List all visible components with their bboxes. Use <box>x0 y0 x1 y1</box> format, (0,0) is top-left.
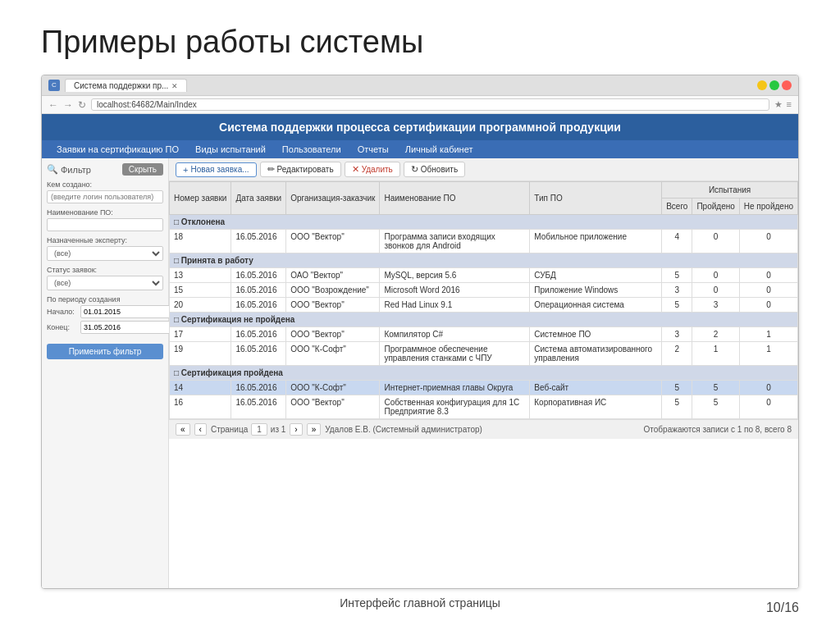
th-tests: Испытания <box>662 182 798 199</box>
page-num[interactable]: 1 <box>251 423 267 436</box>
user-info: Удалов Е.В. (Системный администратор) <box>325 425 482 434</box>
th-num: Номер заявки <box>170 182 231 215</box>
page-info: Страница 1 из 1 <box>211 423 285 436</box>
filter-status: Статус заявок: (все) <box>47 266 163 290</box>
filter-period-label: По периоду создания <box>47 295 163 304</box>
table-group-header: □ Сертификация не пройдена <box>170 313 798 327</box>
address-input[interactable]: localhost:64682/Main/Index <box>91 98 769 111</box>
edit-icon: ✏ <box>267 164 275 175</box>
browser-window: С Система поддержки пр... ✕ ← → ↻ localh… <box>41 75 799 589</box>
filter-created-by: Кем создано: <box>47 180 163 203</box>
table-row[interactable]: 1716.05.2016ООО "Вектор"Компилятор C#Сис… <box>170 327 798 342</box>
refresh-btn[interactable]: ↻ Обновить <box>404 162 465 177</box>
page-label: Страница <box>211 425 248 434</box>
filter-start-row: Начало: <box>47 305 163 318</box>
nav-item-reports[interactable]: Отчеты <box>349 140 397 158</box>
filter-expert-label: Назначенные эксперту: <box>47 236 163 244</box>
filter-end-label: Конец: <box>47 323 78 331</box>
forward-btn[interactable]: → <box>63 99 73 111</box>
slide: Примеры работы системы С Система поддерж… <box>0 0 840 630</box>
table-row[interactable]: 1916.05.2016ООО "К-Софт"Программное обес… <box>170 342 798 366</box>
edit-btn[interactable]: ✏ Редактировать <box>260 162 341 177</box>
table-row[interactable]: 1616.05.2016ООО "Вектор"Собственная конф… <box>170 395 798 419</box>
prev-page-btn[interactable]: ‹ <box>194 423 207 436</box>
back-btn[interactable]: ← <box>48 99 58 111</box>
next-page-btn[interactable]: › <box>290 423 302 436</box>
tab-close-icon[interactable]: ✕ <box>171 82 178 90</box>
filter-start-input[interactable] <box>80 305 179 318</box>
toolbar: + Новая заявка... ✏ Редактировать ✕ Удал… <box>169 158 798 181</box>
filter-header: 🔍 Фильтр Скрыть <box>47 163 163 176</box>
filter-title: 🔍 Фильтр <box>47 164 91 175</box>
slide-title: Примеры работы системы <box>41 25 799 60</box>
of-label: из 1 <box>271 425 286 434</box>
filter-expert-select[interactable]: (все) <box>47 246 163 261</box>
table-row[interactable]: 1516.05.2016ООО "Возрождение"Microsoft W… <box>170 283 798 298</box>
filter-icon: 🔍 <box>47 164 58 175</box>
filter-status-label: Статус заявок: <box>47 266 163 274</box>
nav-item-users[interactable]: Пользователи <box>274 140 349 158</box>
th-sw-name: Наименование ПО <box>380 182 530 215</box>
filter-toggle-btn[interactable]: Скрыть <box>122 163 163 176</box>
menu-icon[interactable]: ≡ <box>787 99 792 110</box>
new-icon: + <box>183 165 188 175</box>
table-group-header: □ Отклонена <box>170 215 798 230</box>
table-row[interactable]: 1316.05.2016ОАО "Вектор"MySQL, версия 5.… <box>170 268 798 283</box>
th-sw-type: Тип ПО <box>530 182 662 215</box>
browser-icons: ★ ≡ <box>774 99 792 110</box>
close-btn[interactable] <box>782 80 792 90</box>
filter-start-label: Начало: <box>47 308 78 316</box>
browser-chrome: С Система поддержки пр... ✕ <box>42 75 798 96</box>
filter-status-select[interactable]: (все) <box>47 276 163 290</box>
filter-sw-name-input[interactable] <box>47 218 163 231</box>
filter-period: По периоду создания Начало: Конец: <box>47 295 163 334</box>
app-nav: Заявки на сертификацию ПО Виды испытаний… <box>42 140 798 158</box>
pagination: « ‹ Страница 1 из 1 › » Удалов Е.В. (Сис… <box>169 419 798 439</box>
th-passed: Пройдено <box>692 199 739 215</box>
window-controls <box>757 80 792 90</box>
table-row[interactable]: 1816.05.2016ООО "Вектор"Программа записи… <box>170 230 798 253</box>
footer-caption: Интерфейс главной страницы <box>340 596 500 609</box>
maximize-btn[interactable] <box>769 80 779 90</box>
refresh-icon: ↻ <box>411 164 418 175</box>
sidebar-filter: 🔍 Фильтр Скрыть Кем создано: Наименовани… <box>42 158 169 588</box>
filter-created-by-input[interactable] <box>47 190 163 203</box>
last-page-btn[interactable]: » <box>307 423 322 436</box>
bookmark-icon[interactable]: ★ <box>774 99 783 110</box>
filter-sw-name: Наименование ПО: <box>47 208 163 231</box>
tab-label: Система поддержки пр... <box>74 81 168 90</box>
first-page-btn[interactable]: « <box>176 423 190 436</box>
th-not-passed: Не пройдено <box>739 199 797 215</box>
app-header: Система поддержки процесса сертификации … <box>42 114 798 140</box>
data-table: Номер заявки Дата заявки Организация-зак… <box>169 181 798 419</box>
th-total: Всего <box>662 199 692 215</box>
nav-item-cabinet[interactable]: Личный кабинет <box>397 140 482 158</box>
app-content: 🔍 Фильтр Скрыть Кем создано: Наименовани… <box>42 158 798 588</box>
refresh-nav-btn[interactable]: ↻ <box>78 99 86 111</box>
delete-btn[interactable]: ✕ Удалить <box>345 162 400 177</box>
main-table-area: + Новая заявка... ✏ Редактировать ✕ Удал… <box>169 158 798 588</box>
nav-item-tests[interactable]: Виды испытаний <box>187 140 274 158</box>
slide-footer: Интерфейс главной страницы <box>41 589 799 614</box>
browser-favicon: С <box>48 80 60 91</box>
filter-created-by-label: Кем создано: <box>47 180 163 189</box>
table-group-header: □ Сертификация пройдена <box>170 366 798 381</box>
table-row[interactable]: 2016.05.2016ООО "Вектор"Red Had Linux 9.… <box>170 298 798 313</box>
records-info: Отображаются записи с 1 по 8, всего 8 <box>644 425 792 434</box>
filter-sw-name-label: Наименование ПО: <box>47 208 163 217</box>
th-org: Организация-заказчик <box>286 182 380 215</box>
minimize-btn[interactable] <box>757 80 767 90</box>
address-bar-row: ← → ↻ localhost:64682/Main/Index ★ ≡ <box>42 96 798 114</box>
browser-tab[interactable]: Система поддержки пр... ✕ <box>65 79 187 92</box>
app-header-title: Система поддержки процесса сертификации … <box>219 121 621 134</box>
nav-item-requests[interactable]: Заявки на сертификацию ПО <box>48 140 187 158</box>
filter-expert: Назначенные эксперту: (все) <box>47 236 163 261</box>
filter-apply-btn[interactable]: Применить фильтр <box>47 344 163 359</box>
new-request-btn[interactable]: + Новая заявка... <box>176 162 257 177</box>
filter-end-input[interactable] <box>80 321 179 334</box>
th-date: Дата заявки <box>231 182 286 215</box>
filter-end-row: Конец: <box>47 321 163 334</box>
delete-icon: ✕ <box>352 164 359 175</box>
table-row[interactable]: 1416.05.2016ООО "К-Софт"Интернет-приемна… <box>170 381 798 395</box>
table-group-header: □ Принята в работу <box>170 253 798 268</box>
